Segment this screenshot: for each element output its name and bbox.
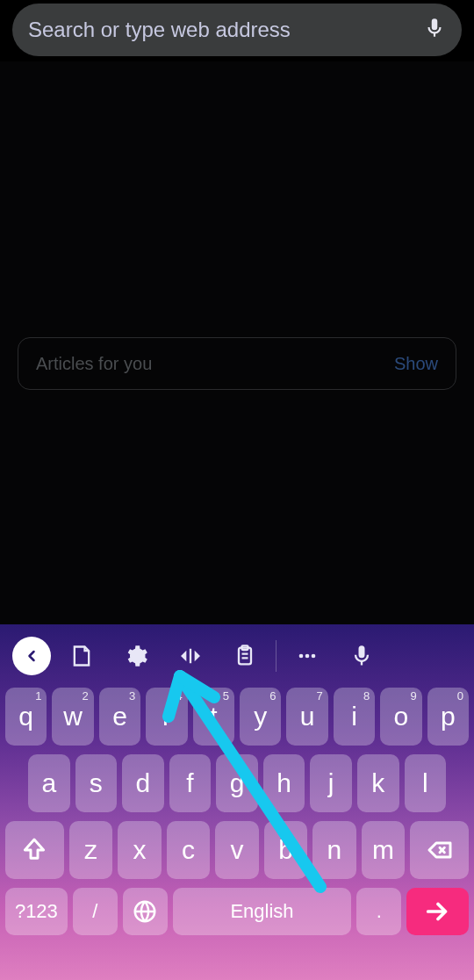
keyboard-row-2: asdfghjkl [4,754,470,812]
keyboard-toolbar [0,624,474,688]
key-z[interactable]: z [69,821,112,879]
key-l[interactable]: l [405,754,447,812]
keyboard-row-1: q1w2e3r4t5y6u7i8o9p0 [4,688,470,746]
svg-point-2 [299,654,304,659]
keyboard-rows: q1w2e3r4t5y6u7i8o9p0 asdfghjkl zxcvbnm ?… [0,688,474,980]
keyboard: q1w2e3r4t5y6u7i8o9p0 asdfghjkl zxcvbnm ?… [0,624,474,980]
key-f[interactable]: f [169,754,212,812]
backspace-key[interactable] [410,821,469,879]
svg-point-3 [305,654,310,659]
globe-key[interactable] [123,888,168,935]
shift-key[interactable] [5,821,64,879]
key-j[interactable]: j [310,754,352,812]
key-t[interactable]: t5 [193,688,234,746]
close-toolbar-button[interactable] [12,637,51,675]
keyboard-row-4: ?123 / English . [4,888,470,935]
svg-point-4 [312,654,316,659]
key-i[interactable]: i8 [334,688,375,746]
mic-icon[interactable] [423,17,446,43]
key-d[interactable]: d [122,754,164,812]
key-s[interactable]: s [75,754,118,812]
key-b[interactable]: b [264,821,307,879]
key-x[interactable]: x [118,821,161,879]
key-w[interactable]: w2 [52,688,93,746]
key-q[interactable]: q1 [5,688,47,746]
key-v[interactable]: v [215,821,258,879]
key-g[interactable]: g [216,754,258,812]
key-u[interactable]: u7 [286,688,327,746]
keyboard-row-3: zxcvbnm [4,821,470,879]
gear-icon[interactable] [109,637,163,675]
key-a[interactable]: a [28,754,70,812]
articles-show-link[interactable]: Show [394,354,438,374]
space-key[interactable]: English [173,888,352,935]
cursor-move-icon[interactable] [163,637,218,675]
key-p[interactable]: p0 [427,688,469,746]
key-o[interactable]: o9 [380,688,421,746]
key-k[interactable]: k [357,754,399,812]
key-c[interactable]: c [167,821,210,879]
enter-key[interactable] [406,888,469,935]
key-r[interactable]: r4 [146,688,187,746]
keyboard-mic-icon[interactable] [334,637,389,675]
key-n[interactable]: n [312,821,356,879]
key-m[interactable]: m [362,821,405,879]
search-bar[interactable]: Search or type web address [12,4,462,56]
key-e[interactable]: e3 [99,688,140,746]
slash-key[interactable]: / [73,888,118,935]
more-icon[interactable] [280,637,334,675]
articles-card[interactable]: Articles for you Show [18,337,456,390]
clipboard-icon[interactable] [218,637,272,675]
toolbar-divider [276,640,276,672]
symbols-key[interactable]: ?123 [5,888,68,935]
period-key[interactable]: . [356,888,401,935]
search-placeholder: Search or type web address [28,18,423,42]
key-y[interactable]: y6 [240,688,281,746]
browser-content: Articles for you Show [0,61,474,624]
articles-label: Articles for you [36,354,152,374]
key-h[interactable]: h [263,754,305,812]
sticker-icon[interactable] [54,637,109,675]
